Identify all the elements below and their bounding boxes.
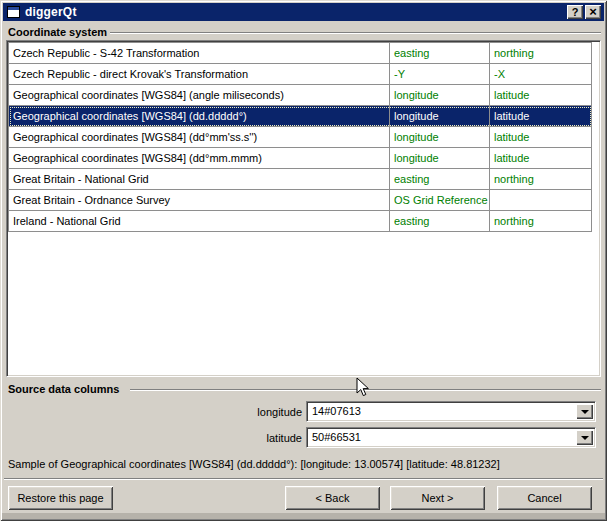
table-row[interactable]: Czech Republic - direct Krovak's Transfo… <box>9 64 592 85</box>
table-row[interactable]: Geographical coordinates [WGS84] (angle … <box>9 85 592 106</box>
chevron-down-icon <box>581 436 589 440</box>
latitude-combobox[interactable]: 50#66531 <box>306 427 596 448</box>
coordinate-system-group-label: Coordinate system <box>8 26 107 38</box>
table-row-selected[interactable]: Geographical coordinates [WGS84] (dd.ddd… <box>9 106 592 127</box>
back-button[interactable]: < Back <box>285 486 380 510</box>
latitude-label: latitude <box>192 432 302 444</box>
window-title: diggerQt <box>25 5 77 19</box>
source-data-group-line <box>130 389 601 391</box>
dialog-window: diggerQt ? × Coordinate system Czech Rep… <box>0 0 607 521</box>
button-area-divider <box>4 478 603 480</box>
help-button[interactable]: ? <box>567 5 583 19</box>
window-bottom-edge <box>2 513 605 519</box>
app-icon <box>7 6 20 18</box>
next-button[interactable]: Next > <box>390 486 485 510</box>
longitude-dropdown-button[interactable] <box>576 404 593 419</box>
table-row[interactable]: Geographical coordinates [WGS84] (dd°mm.… <box>9 148 592 169</box>
table-row[interactable]: Great Britain - Ordnance Survey OS Grid … <box>9 190 592 211</box>
restore-page-button[interactable]: Restore this page <box>8 486 113 510</box>
table-row[interactable]: Ireland - National Grid easting northing <box>9 211 592 232</box>
longitude-label: longitude <box>192 406 302 418</box>
close-button[interactable]: × <box>585 5 601 19</box>
table-row[interactable]: Czech Republic - S-42 Transformation eas… <box>9 43 592 64</box>
longitude-combobox-value: 14#07613 <box>312 405 361 417</box>
latitude-combobox-value: 50#66531 <box>312 431 361 443</box>
latitude-dropdown-button[interactable] <box>576 430 593 445</box>
table-row[interactable]: Great Britain - National Grid easting no… <box>9 169 592 190</box>
cancel-button[interactable]: Cancel <box>497 486 592 510</box>
titlebar[interactable]: diggerQt ? × <box>3 3 604 21</box>
longitude-combobox[interactable]: 14#07613 <box>306 401 596 422</box>
coordinate-grid: Czech Republic - S-42 Transformation eas… <box>8 42 592 232</box>
table-row[interactable]: Geographical coordinates [WGS84] (dd°mm'… <box>9 127 592 148</box>
coordinate-system-group-line <box>110 32 601 34</box>
chevron-down-icon <box>581 410 589 414</box>
source-data-group-label: Source data columns <box>8 383 119 395</box>
sample-text: Sample of Geographical coordinates [WGS8… <box>8 458 601 470</box>
coordinate-system-table[interactable]: Czech Republic - S-42 Transformation eas… <box>6 40 601 377</box>
